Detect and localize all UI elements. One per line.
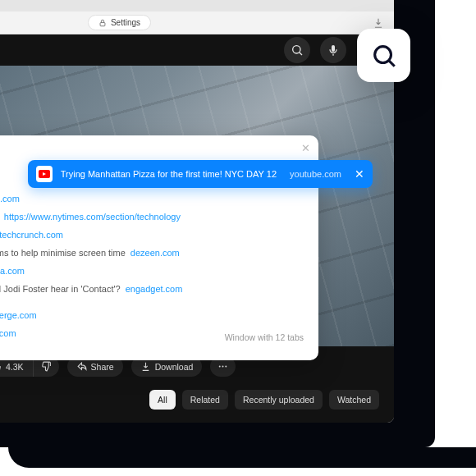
highlight-search-badge [357,29,410,82]
svg-point-4 [222,366,224,368]
result-domain[interactable]: techcrunch.com [0,230,63,240]
lock-icon [98,19,107,27]
result-domain[interactable]: opera.com [0,266,25,276]
address-bar: Settings [0,11,394,34]
filter-all[interactable]: All [149,390,176,410]
tab-bar [0,0,394,11]
svg-rect-2 [332,45,335,52]
filter-watched[interactable]: Watched [329,390,379,410]
popup-close-button[interactable]: ✕ [301,142,310,154]
filter-recent[interactable]: Recently uploaded [235,390,323,410]
share-icon [76,361,87,372]
result-domain[interactable]: erge.com [0,194,20,204]
share-label: Share [91,362,114,372]
settings-label: Settings [111,18,140,27]
download-label: Download [155,362,194,372]
search-icon [291,43,304,57]
result-text: e aims to help minimise screen time [0,248,126,258]
result-item[interactable]: opera.com [0,262,318,280]
filter-related[interactable]: Related [182,390,228,410]
youtube-app-icon [36,166,53,182]
svg-rect-0 [100,22,105,25]
suggestion-domain: youtube.com [290,169,341,179]
result-item[interactable]: mes https://www.nytimes.com/section/tech… [0,208,318,226]
thumbs-up-icon [0,361,2,372]
svg-point-6 [374,46,391,62]
result-item[interactable]: e aims to help minimise screen time deze… [0,244,318,262]
result-domain[interactable]: dezeen.com [130,248,180,258]
filter-row: All Related Recently uploaded Watched [0,387,394,419]
suggestion-close-button[interactable]: ✕ [355,167,364,181]
microphone-icon [327,43,340,57]
result-domain[interactable]: engadget.com [126,284,183,294]
result-domain[interactable]: theverge.com [0,310,37,320]
result-domain[interactable]: ddit.com [0,328,16,338]
search-button[interactable] [284,37,310,63]
search-popup: ✕ Trying Manhattan Pizza for the first t… [0,135,318,360]
result-domain[interactable]: https://www.nytimes.com/section/technolo… [4,212,181,222]
download-icon [140,361,151,372]
thumbs-down-icon [41,361,52,372]
svg-point-1 [293,46,300,53]
more-icon [217,361,228,372]
mic-button[interactable] [320,37,346,63]
result-item[interactable]: y did Jodi Foster hear in 'Contact'? eng… [0,280,318,298]
like-count: 4.3K [6,362,24,372]
suggestion-title: Trying Manhattan Pizza for the first tim… [61,169,277,179]
result-item[interactable]: theverge.com [0,306,210,324]
result-item[interactable]: ddit.com [0,324,210,342]
tab-count-label: Window with 12 tabs [210,327,318,342]
laptop-base [8,447,476,468]
settings-button[interactable]: Settings [88,15,151,30]
youtube-toolbar [0,34,394,66]
suggestion-bar[interactable]: Trying Manhattan Pizza for the first tim… [28,160,373,188]
svg-point-3 [219,366,221,368]
result-text: y did Jodi Foster hear in 'Contact'? [0,284,121,294]
search-icon [370,42,398,70]
result-item[interactable]: erge.com [0,190,318,208]
result-item[interactable]: tup techcrunch.com [0,226,318,244]
download-icon[interactable] [373,17,384,29]
svg-point-5 [226,366,227,368]
